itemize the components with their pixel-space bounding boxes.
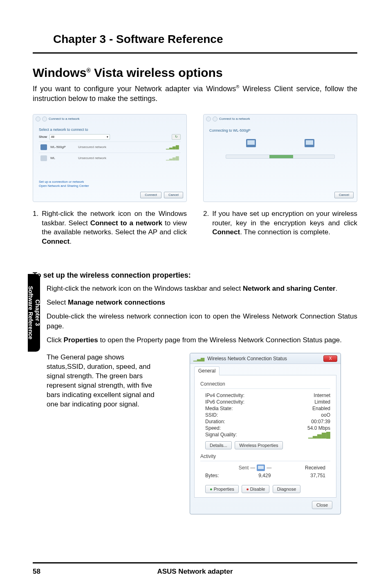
network-icon bbox=[40, 155, 47, 161]
footer-rule bbox=[33, 562, 357, 563]
properties-button-label: Properties bbox=[214, 487, 234, 491]
props-item-3: Double-click the wireless network connec… bbox=[33, 312, 357, 331]
step-1-bold1: Connect to a network bbox=[90, 219, 162, 227]
step-1-num: 1. bbox=[33, 209, 38, 247]
props-1-c: . bbox=[336, 285, 338, 292]
nav-back-icon[interactable] bbox=[36, 117, 40, 121]
diagnose-button[interactable]: Diagnose bbox=[273, 485, 300, 493]
step-2-a: If you have set up encryption on your wi… bbox=[212, 210, 357, 227]
network-status-1: Unsecured network bbox=[78, 145, 163, 149]
show-dropdown[interactable]: All ▾ bbox=[49, 134, 110, 140]
network-row-1[interactable]: WL-500gP Unsecured network ▁▃▅▇ bbox=[39, 141, 181, 153]
kv-val: 00:07:39 bbox=[311, 419, 330, 424]
network-status-2: Unsecured network bbox=[78, 156, 163, 160]
side-tab-line2: Software Reference bbox=[27, 286, 34, 340]
kv-key: Duration: bbox=[205, 419, 225, 424]
kv-key: IPv6 Connectivity: bbox=[205, 399, 244, 405]
nav-globe-icon bbox=[213, 117, 217, 121]
select-heading: Select a network to connect to bbox=[39, 128, 181, 132]
sent-label: Sent bbox=[239, 465, 249, 471]
footer-page-number: 58 bbox=[33, 568, 40, 576]
step-1-caption: 1. Right-click the network icon on the W… bbox=[33, 209, 187, 247]
signal-icon: ▁▃▅▇ bbox=[166, 145, 179, 149]
section-title: Windows® Vista wireless options bbox=[33, 66, 357, 80]
kv-val: ooO bbox=[321, 412, 330, 418]
kv-key: Speed: bbox=[205, 425, 221, 431]
signal-bars-icon: ▁▃▅▇█ bbox=[308, 432, 330, 438]
tab-general[interactable]: General bbox=[194, 366, 220, 375]
section-title-prefix: Windows bbox=[33, 66, 86, 79]
cancel-button[interactable]: Cancel bbox=[334, 192, 354, 198]
chapter-header: Chapter 3 - Software Reference bbox=[33, 33, 357, 52]
connect-button[interactable]: Connect bbox=[140, 192, 161, 198]
props-item-1: Right-click the network icon on the Wind… bbox=[33, 284, 357, 294]
connecting-heading: Connecting to WL-500gP bbox=[209, 128, 351, 132]
header-rule bbox=[33, 52, 357, 54]
footer-product: ASUS Network adapter bbox=[33, 568, 357, 576]
refresh-button[interactable]: ↻ bbox=[172, 134, 181, 140]
kv-val: Limited bbox=[314, 399, 330, 405]
divider bbox=[200, 388, 330, 389]
section-title-suffix: Vista wireless options bbox=[91, 66, 223, 79]
side-tab: Chapter 3 Software Reference bbox=[28, 274, 40, 352]
props-item-4: Click Properties to open the Property pa… bbox=[33, 335, 357, 345]
show-label: Show bbox=[39, 135, 47, 139]
props-2-b: Manage network connections bbox=[68, 298, 165, 306]
status-dialog: ▁▃▅ Wireless Network Connection Status X… bbox=[190, 353, 341, 514]
chevron-down-icon: ▾ bbox=[107, 135, 108, 139]
nav-title: Connect to a network bbox=[49, 117, 80, 121]
nav-title: Connect to a network bbox=[219, 117, 250, 121]
nav-back-icon[interactable] bbox=[206, 117, 211, 121]
step-2-num: 2. bbox=[203, 209, 209, 238]
kv-val: Enabled bbox=[312, 406, 330, 411]
signal-icon: ▁▃▅▇ bbox=[166, 156, 179, 160]
network-row-2[interactable]: WL Unsecured network ▁▃▅▇ bbox=[39, 153, 181, 164]
props-4-a: Click bbox=[47, 336, 64, 344]
kv-val: Internet bbox=[314, 393, 330, 398]
nav-globe-icon bbox=[42, 117, 47, 121]
dialog-title: Wireless Network Connection Status bbox=[207, 356, 287, 361]
kv-key: Media State: bbox=[205, 406, 233, 411]
disable-button[interactable]: ●Disable bbox=[242, 485, 269, 493]
step-2-bold1: Connect bbox=[212, 228, 240, 236]
properties-button[interactable]: ●Properties bbox=[205, 485, 239, 493]
general-paragraph: The General page shows status,SSID, dura… bbox=[47, 353, 161, 514]
step-2-caption: 2. If you have set up encryption on your… bbox=[203, 209, 357, 238]
props-heading: To set up the wireless connection proper… bbox=[33, 271, 357, 280]
props-2-a: Select bbox=[47, 298, 68, 306]
monitor-icon bbox=[257, 465, 265, 471]
step-1-bold2: Connect bbox=[42, 238, 69, 245]
details-button[interactable]: Details... bbox=[205, 441, 232, 449]
network-name-1: WL-500gP bbox=[50, 145, 75, 149]
props-4-c: to open the Property page from the Wirel… bbox=[98, 336, 342, 344]
close-button[interactable]: X bbox=[323, 355, 337, 362]
props-list: Right-click the network icon on the Wind… bbox=[33, 284, 357, 345]
kv-key: SSID: bbox=[205, 412, 218, 418]
computer-icon bbox=[246, 139, 256, 147]
wireless-properties-button[interactable]: Wireless Properties bbox=[235, 441, 282, 449]
kv-key: IPv4 Connectivity: bbox=[205, 393, 244, 398]
divider bbox=[200, 461, 330, 461]
props-item-2: Select Manage network connections bbox=[33, 298, 357, 307]
bytes-label: Bytes: bbox=[205, 473, 219, 478]
group-activity-label: Activity bbox=[200, 453, 330, 459]
group-connection-label: Connection bbox=[200, 381, 330, 387]
props-1-b: Network and sharing Center bbox=[243, 285, 336, 292]
props-1-a: Right-click the network icon on the Wind… bbox=[47, 285, 243, 292]
disable-button-label: Disable bbox=[250, 487, 265, 491]
close-button-bottom[interactable]: Close bbox=[312, 501, 332, 509]
bytes-sent: 9,429 bbox=[258, 473, 271, 478]
props-3-a: Double-click the wireless network connec… bbox=[47, 312, 357, 330]
screenshot-select-network: Connect to a network Select a network to… bbox=[33, 114, 187, 202]
side-tab-line1: Chapter 3 bbox=[34, 300, 41, 326]
section-intro: If you want to configure your Network ad… bbox=[33, 84, 357, 104]
step-1-c: . bbox=[69, 238, 72, 245]
show-value: All bbox=[51, 135, 54, 138]
link-open-network-center[interactable]: Open Network and Sharing Center bbox=[39, 184, 89, 188]
cancel-button[interactable]: Cancel bbox=[164, 192, 183, 198]
kv-val: 54.0 Mbps bbox=[307, 425, 330, 431]
screenshot-connecting: Connect to a network Connecting to WL-50… bbox=[203, 114, 357, 202]
intro-a: If you want to configure your Network ad… bbox=[33, 85, 236, 93]
link-setup-connection[interactable]: Set up a connection or network bbox=[39, 180, 89, 184]
computer-icon bbox=[305, 139, 314, 147]
